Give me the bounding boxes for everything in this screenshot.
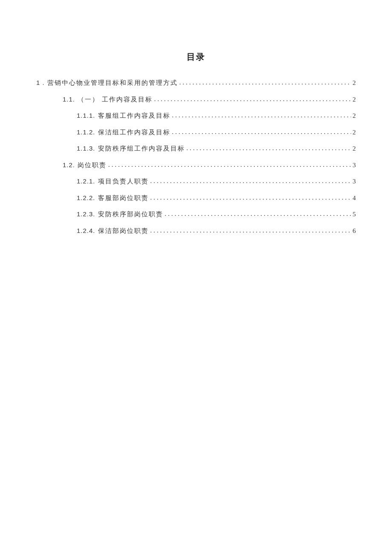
toc-number: 1 . [36, 75, 45, 91]
toc-leader [150, 223, 351, 239]
toc-entry: 1.2.2. 客服部岗位职责 4 [77, 190, 356, 206]
toc-entry: 1.2.1. 项目负责人职责 3 [77, 173, 356, 190]
toc-text: 项目负责人职责 [98, 174, 149, 190]
toc-page-number: 2 [353, 75, 356, 91]
toc-text: 安防秩序组工作内容及目标 [98, 141, 185, 157]
toc-page-number: 2 [353, 141, 356, 157]
toc-number: 1.2.2. [77, 190, 95, 206]
toc-text: （一） 工作内容及目标 [78, 92, 153, 108]
toc-number: 1.1.2. [77, 124, 95, 140]
toc-entry: 1.1.1. 客服组工作内容及目标 2 [77, 108, 356, 124]
toc-text: 保洁组工作内容及目标 [98, 125, 170, 141]
toc-page-number: 6 [353, 223, 356, 239]
toc-page-number: 4 [353, 190, 356, 206]
toc-entry: 1.1.2. 保洁组工作内容及目标 2 [77, 124, 356, 141]
toc-leader [154, 91, 351, 108]
document-page: 目录 1 . 营销中心物业管理目标和采用的管理方式 2 1.1. （一） 工作内… [0, 0, 392, 239]
toc-page-number: 2 [353, 125, 356, 141]
toc-leader [187, 140, 351, 157]
toc-text: 岗位职责 [78, 157, 107, 174]
toc-text: 保洁部岗位职责 [98, 223, 149, 239]
toc-leader [150, 190, 351, 206]
toc-page-number: 5 [353, 206, 356, 223]
toc-text: 客服部岗位职责 [98, 190, 149, 206]
toc-page-number: 3 [353, 174, 356, 190]
toc-number: 1.1. [63, 91, 75, 108]
toc-number: 1.1.1. [77, 108, 95, 124]
toc-leader [150, 173, 351, 189]
toc-page-number: 2 [353, 108, 356, 124]
toc-number: 1.2.4. [77, 223, 95, 239]
toc-number: 1.2. [63, 157, 75, 173]
toc-leader [108, 157, 351, 173]
toc-leader [179, 75, 351, 91]
toc-text: 安防秩序部岗位职责 [98, 206, 163, 223]
toc-entry: 1 . 营销中心物业管理目标和采用的管理方式 2 [36, 75, 356, 91]
toc-text: 营销中心物业管理目标和采用的管理方式 [47, 75, 178, 91]
toc-leader [172, 124, 351, 140]
toc-leader [165, 206, 351, 222]
toc-page-number: 2 [353, 92, 356, 108]
toc-entry: 1.1. （一） 工作内容及目标 2 [63, 91, 356, 108]
toc-entry: 1.2.4. 保洁部岗位职责 6 [77, 223, 356, 239]
toc-leader [172, 108, 351, 124]
toc-number: 1.1.3. [77, 140, 95, 157]
toc-title: 目录 [36, 51, 356, 63]
toc-page-number: 3 [353, 157, 356, 174]
toc-entry: 1.1.3. 安防秩序组工作内容及目标 2 [77, 140, 356, 157]
toc-entry: 1.2.3. 安防秩序部岗位职责 5 [77, 206, 356, 223]
toc-text: 客服组工作内容及目标 [98, 108, 170, 124]
toc-list: 1 . 营销中心物业管理目标和采用的管理方式 2 1.1. （一） 工作内容及目… [36, 75, 356, 239]
toc-entry: 1.2. 岗位职责 3 [63, 157, 356, 174]
toc-number: 1.2.1. [77, 173, 95, 189]
toc-number: 1.2.3. [77, 206, 95, 222]
